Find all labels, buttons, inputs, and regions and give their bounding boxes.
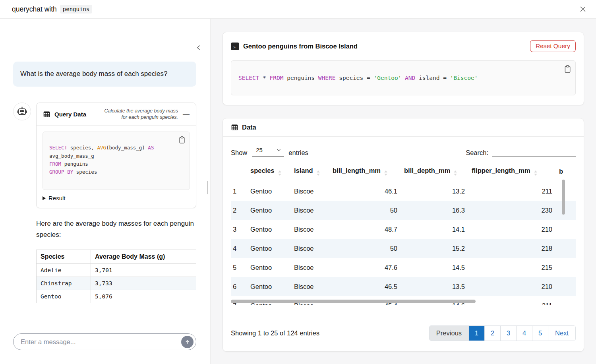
table-row[interactable]: 5GentooBiscoe 47.614.5215 [231, 258, 576, 277]
copy-icon[interactable] [564, 65, 571, 73]
data-card-header: Data [223, 118, 584, 137]
sql-line: SELECT species, AVG(body_mass_g) AS [49, 144, 184, 152]
robot-icon [17, 106, 27, 117]
page-size-select[interactable]: 25 [252, 147, 284, 157]
tool-sql-block: SELECT species, AVG(body_mass_g) AS avg_… [43, 132, 190, 190]
app-title: querychat with [12, 5, 57, 14]
pagination-page-4[interactable]: 4 [516, 326, 532, 341]
chevron-down-icon [276, 147, 281, 153]
table-row: Gentoo 5,076 [37, 290, 196, 303]
table-row[interactable]: 1GentooBiscoe 46.113.2211 [231, 182, 576, 201]
panel-resize-handle[interactable] [207, 181, 208, 194]
show-label: Show [231, 149, 247, 157]
pagination-page-5[interactable]: 5 [532, 326, 548, 341]
tool-card-subtitle-group: Calculate the average body mass for each… [99, 108, 190, 121]
pagination-previous[interactable]: Previous [430, 326, 468, 341]
sql-line: avg_body_mass_g [49, 152, 184, 160]
col-species[interactable]: species [248, 161, 292, 182]
table-search-control: Search: [466, 146, 576, 157]
summary-cell: 5,076 [91, 290, 196, 303]
vertical-scrollbar[interactable] [562, 180, 565, 215]
user-message: What is the average body mass of each sp… [13, 62, 196, 87]
current-query-card: >_ Gentoo penguins from Biscoe Island Re… [223, 32, 584, 105]
dataset-badge: penguins [60, 5, 92, 14]
message-input[interactable] [21, 338, 181, 346]
summary-col-species: Species [37, 250, 91, 264]
tool-card-title: Query Data [54, 111, 86, 118]
result-expander[interactable]: Result [43, 195, 190, 201]
chat-input-row [0, 333, 210, 364]
result-label: Result [48, 195, 66, 201]
pagination-page-1[interactable]: 1 [468, 326, 484, 341]
tool-card-body: SELECT species, AVG(body_mass_g) AS avg_… [37, 126, 196, 208]
col-bill-depth[interactable]: bill_depth_mm [402, 161, 470, 182]
assistant-text: Here are the average body masses for eac… [36, 218, 196, 240]
tool-card-header: Query Data Calculate the average body ma… [37, 103, 196, 126]
assistant-message: Query Data Calculate the average body ma… [13, 103, 196, 304]
data-card: Data Show 25 entries Sear [223, 118, 584, 352]
titlebar: querychat with penguins [0, 0, 596, 19]
pagination-next[interactable]: Next [548, 326, 575, 341]
col-island[interactable]: island [292, 161, 331, 182]
summary-col-mass: Average Body Mass (g) [91, 250, 196, 264]
data-table: species island bill_length_mm bill_depth… [231, 161, 576, 305]
col-clipped[interactable]: b [557, 161, 576, 182]
query-title: Gentoo penguins from Biscoe Island [243, 43, 530, 50]
table-controls: Show 25 entries Search: [223, 137, 584, 159]
close-icon [579, 5, 587, 14]
chat-panel: What is the average body mass of each sp… [0, 19, 211, 364]
table-row[interactable]: 6GentooBiscoe 46.513.5210 [231, 277, 576, 296]
data-card-title: Data [242, 124, 256, 131]
close-button[interactable] [577, 3, 589, 15]
summary-table-header-row: Species Average Body Mass (g) [37, 250, 196, 264]
table-icon [231, 124, 238, 131]
query-card-header: >_ Gentoo penguins from Biscoe Island Re… [231, 40, 576, 52]
table-icon [43, 110, 50, 118]
sort-icon [278, 170, 281, 176]
collapse-sidebar-button[interactable] [194, 43, 204, 53]
col-bill-length[interactable]: bill_length_mm [331, 161, 402, 182]
table-row[interactable]: 2GentooBiscoe 5016.3230 [231, 201, 576, 220]
summary-cell: Gentoo [37, 290, 91, 303]
page-size-value: 25 [256, 147, 263, 153]
tool-card-title-group: Query Data [43, 110, 86, 118]
reset-query-button[interactable]: Reset Query [530, 40, 576, 52]
send-button[interactable] [181, 336, 194, 348]
sql-line: FROM penguins [49, 160, 184, 168]
table-row[interactable]: 4GentooBiscoe 5015.2218 [231, 239, 576, 258]
data-table-footer: Showing 1 to 25 of 124 entries Previous … [223, 320, 584, 351]
pagination-page-2[interactable]: 2 [484, 326, 500, 341]
assistant-message-content: Query Data Calculate the average body ma… [36, 103, 196, 304]
collapse-tool-card-icon[interactable]: — [182, 110, 190, 118]
horizontal-scrollbar[interactable] [231, 300, 476, 303]
sort-icon [534, 170, 537, 176]
tool-call-card: Query Data Calculate the average body ma… [36, 103, 196, 209]
summary-cell: 3,733 [91, 277, 196, 290]
table-row: Adelie 3,701 [37, 264, 196, 277]
querychat-app: querychat with penguins What is the aver… [0, 0, 596, 364]
page-length-control: Show 25 entries [231, 147, 308, 157]
pagination: Previous 1 2 3 4 5 Next [429, 325, 576, 341]
data-table-header-row: species island bill_length_mm bill_depth… [231, 161, 576, 182]
summary-cell: Adelie [37, 264, 91, 277]
entries-label: entries [288, 149, 308, 157]
summary-cell: Chinstrap [37, 277, 91, 290]
terminal-icon: >_ [231, 43, 239, 50]
copy-icon[interactable] [178, 136, 186, 144]
main-split: What is the average body mass of each sp… [0, 19, 596, 364]
expand-triangle-icon [43, 196, 46, 200]
sort-icon [317, 170, 320, 176]
arrow-up-icon [184, 339, 190, 345]
summary-cell: 3,701 [91, 264, 196, 277]
chat-message-list[interactable]: What is the average body mass of each sp… [0, 19, 210, 333]
query-sql-block: SELECT * FROM penguins WHERE species = '… [231, 60, 576, 95]
table-row: Chinstrap 3,733 [37, 277, 196, 290]
search-input[interactable] [492, 146, 576, 157]
data-table-viewport[interactable]: species island bill_length_mm bill_depth… [231, 161, 576, 305]
summary-table: Species Average Body Mass (g) Adelie 3,7… [36, 250, 196, 303]
sql-line: GROUP BY species [49, 168, 184, 176]
col-flipper-length[interactable]: flipper_length_mm [470, 161, 557, 182]
pagination-page-3[interactable]: 3 [500, 326, 516, 341]
chevron-left-icon [195, 45, 202, 51]
table-row[interactable]: 3GentooBiscoe 48.714.1210 [231, 220, 576, 239]
